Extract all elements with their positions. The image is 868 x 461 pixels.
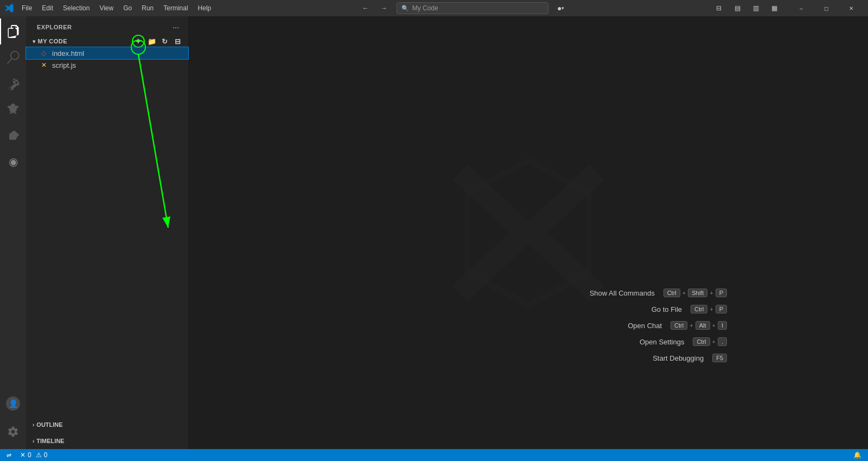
outline-section: › OUTLINE — [26, 417, 188, 433]
status-notifications[interactable]: 🔔 — [851, 451, 864, 459]
shortcut-start-debugging: Start Debugging F5 — [628, 354, 727, 362]
vscode-watermark-logo — [452, 157, 604, 309]
menu-file[interactable]: File — [17, 3, 36, 14]
activity-bar: ◉ 👤 — [0, 16, 26, 449]
plus-2: + — [710, 290, 713, 296]
chevron-down-icon: ▾ — [33, 39, 36, 44]
title-bar: File Edit Selection View Go Run Terminal… — [0, 0, 868, 16]
activity-bottom: 👤 — [0, 390, 26, 449]
shortcut-open-settings: Open Settings Ctrl + . — [608, 337, 727, 346]
minimize-button[interactable]: – — [789, 0, 814, 16]
key-p-2: P — [716, 305, 727, 313]
activity-search[interactable] — [0, 44, 26, 71]
shortcut-open-chat: Open Chat Ctrl + Alt + I — [586, 321, 727, 330]
activity-settings[interactable] — [0, 419, 26, 445]
command-palette-bar[interactable]: 🔍 My Code — [397, 2, 548, 14]
activity-account[interactable]: 👤 — [0, 390, 26, 417]
layout-button-1[interactable]: ⊟ — [711, 3, 727, 14]
activity-source-control[interactable] — [0, 71, 26, 97]
status-bar: ⇌ ✕ 0 ⚠ 0 🔔 — [0, 449, 868, 461]
file-item-index-html[interactable]: ◇ index.html — [26, 47, 188, 59]
new-file-button[interactable]: + — [132, 35, 145, 48]
key-ctrl-1: Ctrl — [663, 289, 680, 297]
search-text: My Code — [412, 4, 438, 12]
remote-icon: ⇌ — [7, 452, 11, 459]
shortcut-label-go-to-file: Go to File — [606, 305, 682, 313]
layout-button-2[interactable]: ▤ — [729, 3, 745, 14]
warning-count: 0 — [44, 451, 48, 459]
file-name-index-html: index.html — [52, 49, 84, 57]
refresh-button[interactable]: ↻ — [159, 35, 171, 47]
menu-view[interactable]: View — [95, 3, 118, 14]
plus-3: + — [710, 306, 713, 312]
sidebar: EXPLORER ··· ▾ MY CODE + 📁 ↻ ⊟ — [26, 16, 189, 449]
folder-name: MY CODE — [38, 38, 68, 44]
window-controls: – ◻ ✕ — [789, 0, 864, 16]
file-name-script-js: script.js — [52, 61, 76, 69]
status-remote[interactable]: ⇌ — [4, 452, 14, 459]
shortcut-label-open-settings: Open Settings — [608, 338, 684, 346]
folder-section: ▾ MY CODE + 📁 ↻ ⊟ ◇ index.html ✕ — [26, 35, 188, 71]
error-count: 0 — [28, 451, 31, 459]
menu-bar: File Edit Selection View Go Run Terminal… — [17, 3, 215, 14]
vscode-title-icon — [4, 3, 14, 13]
activity-explorer[interactable] — [0, 18, 26, 44]
shortcut-label-start-debugging: Start Debugging — [628, 354, 704, 362]
status-bar-left: ⇌ ✕ 0 ⚠ 0 — [4, 451, 49, 459]
content-area: Show All Commands Ctrl + Shift + P Go to… — [189, 16, 868, 449]
shortcut-keys-show-all: Ctrl + Shift + P — [663, 289, 727, 297]
activity-run-debug[interactable] — [0, 97, 26, 123]
sidebar-actions: ··· — [170, 21, 182, 33]
copilot-button[interactable]: ●▾ — [553, 3, 569, 14]
shortcut-show-all-commands: Show All Commands Ctrl + Shift + P — [579, 289, 727, 297]
search-icon: 🔍 — [401, 5, 409, 12]
shortcut-keys-open-chat: Ctrl + Alt + I — [671, 321, 727, 330]
title-bar-right: ⊟ ▤ ▥ ▦ – ◻ ✕ — [711, 0, 864, 16]
nav-back-button[interactable]: ← — [358, 3, 374, 14]
timeline-chevron-icon: › — [33, 438, 34, 444]
sidebar-header: EXPLORER ··· — [26, 16, 188, 35]
collapse-button[interactable]: ⊟ — [172, 35, 184, 47]
key-ctrl-3: Ctrl — [671, 321, 687, 330]
main-layout: ◉ 👤 EXPLORER ··· ▾ — [0, 16, 868, 449]
sidebar-bottom: › OUTLINE › TIMELINE — [26, 417, 188, 449]
layout-button-3[interactable]: ▥ — [748, 3, 764, 14]
account-avatar[interactable]: 👤 — [6, 396, 20, 411]
plus-6: + — [712, 338, 716, 345]
restore-button[interactable]: ◻ — [814, 0, 839, 16]
shortcut-keys-go-to-file: Ctrl + P — [691, 305, 727, 313]
more-options-button[interactable]: ··· — [170, 21, 182, 33]
menu-run[interactable]: Run — [137, 3, 158, 14]
outline-header[interactable]: › OUTLINE — [26, 419, 188, 431]
folder-header[interactable]: ▾ MY CODE + 📁 ↻ ⊟ — [26, 35, 188, 47]
shortcut-label-show-all: Show All Commands — [579, 289, 655, 297]
menu-terminal[interactable]: Terminal — [159, 3, 192, 14]
menu-help[interactable]: Help — [194, 3, 216, 14]
activity-extensions[interactable] — [0, 123, 26, 149]
nav-forward-button[interactable]: → — [376, 3, 392, 14]
timeline-title: TIMELINE — [36, 438, 64, 444]
new-folder-button[interactable]: 📁 — [146, 35, 158, 47]
status-errors[interactable]: ✕ 0 ⚠ 0 — [18, 451, 49, 459]
warning-icon: ⚠ — [36, 451, 42, 459]
menu-edit[interactable]: Edit — [37, 3, 58, 14]
shortcut-keys-open-settings: Ctrl + . — [693, 337, 727, 346]
error-icon: ✕ — [20, 451, 25, 459]
timeline-section: › TIMELINE — [26, 433, 188, 449]
close-button[interactable]: ✕ — [839, 0, 864, 16]
file-item-script-js[interactable]: ✕ script.js — [26, 59, 188, 71]
timeline-header[interactable]: › TIMELINE — [26, 435, 188, 447]
key-shift-1: Shift — [688, 289, 707, 297]
menu-selection[interactable]: Selection — [59, 3, 94, 14]
sidebar-title: EXPLORER — [37, 24, 72, 30]
html-file-icon: ◇ — [41, 49, 50, 57]
activity-copilot[interactable]: ◉ — [0, 149, 26, 175]
key-i-1: I — [718, 321, 727, 330]
key-f5-1: F5 — [712, 354, 727, 362]
layout-button-4[interactable]: ▦ — [766, 3, 782, 14]
js-file-icon: ✕ — [41, 61, 50, 69]
menu-go[interactable]: Go — [119, 3, 136, 14]
plus-4: + — [690, 322, 693, 329]
shortcuts-list: Show All Commands Ctrl + Shift + P Go to… — [579, 289, 727, 362]
title-bar-center: ← → 🔍 My Code ●▾ — [220, 2, 706, 14]
